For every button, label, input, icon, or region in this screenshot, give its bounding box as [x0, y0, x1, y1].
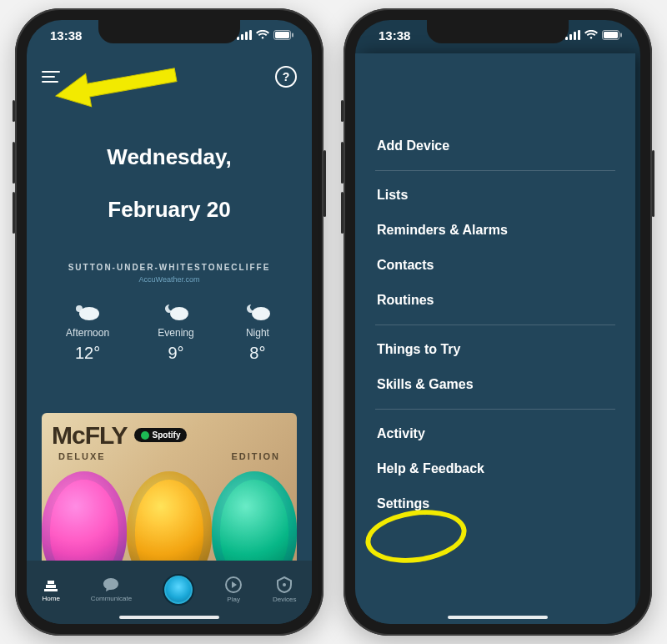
svg-point-8 — [79, 307, 99, 320]
svg-rect-5 — [275, 32, 289, 38]
phone-side-button — [652, 150, 654, 217]
drawer-contacts[interactable]: Contacts — [375, 248, 615, 283]
phone-mockup-left: 13:38 ? Wednesday, February 20 — [15, 8, 323, 636]
svg-rect-17 — [578, 30, 580, 40]
spotify-label: Spotify — [153, 430, 181, 440]
forecast-period: Evening — [158, 327, 193, 339]
alexa-icon — [163, 574, 194, 606]
phone-side-button — [323, 150, 326, 217]
drawer-separator — [375, 170, 615, 171]
forecast-period: Night — [246, 327, 269, 339]
music-sub-left: DELUXE — [58, 451, 106, 461]
home-indicator[interactable] — [448, 616, 548, 619]
cloud-moon-icon — [161, 302, 191, 322]
help-icon[interactable]: ? — [275, 66, 297, 88]
phone-mockup-right: 13:38 ? ht ° Devices — [344, 8, 652, 636]
svg-rect-16 — [574, 32, 576, 40]
menu-button[interactable] — [42, 71, 60, 83]
phone-side-button — [13, 100, 15, 122]
drawer-routines[interactable]: Routines — [375, 283, 615, 318]
svg-rect-1 — [241, 34, 243, 40]
status-time: 13:38 — [50, 28, 82, 43]
drawer-separator — [375, 409, 615, 410]
nav-label: Devices — [273, 596, 296, 603]
spotify-icon — [141, 431, 149, 440]
cloud-sun-icon — [73, 302, 103, 322]
phone-notch — [427, 20, 569, 43]
play-icon — [225, 576, 242, 593]
forecast-night: Night 8° — [243, 302, 273, 363]
nav-alexa[interactable] — [163, 574, 194, 606]
svg-rect-2 — [245, 32, 248, 40]
drawer-help-feedback[interactable]: Help & Feedback — [375, 451, 615, 486]
svg-point-12 — [283, 583, 286, 586]
chat-icon — [103, 577, 119, 592]
date-line1: Wednesday, — [107, 144, 231, 169]
forecast-evening: Evening 9° — [158, 302, 193, 363]
home-icon — [43, 577, 59, 592]
status-time: 13:38 — [379, 28, 410, 43]
battery-icon — [273, 30, 293, 40]
wifi-icon — [256, 30, 269, 40]
nav-devices[interactable]: Devices — [273, 576, 296, 603]
drawer-skills-games[interactable]: Skills & Games — [375, 367, 615, 402]
wifi-icon — [584, 30, 598, 40]
svg-rect-3 — [249, 30, 252, 40]
forecast-afternoon: Afternoon 12° — [66, 302, 109, 363]
drawer-lists[interactable]: Lists — [375, 178, 615, 213]
nav-label: Play — [227, 596, 240, 603]
phone-side-button — [341, 100, 344, 122]
weather-source: AccuWeather.com — [42, 275, 297, 284]
drawer-separator — [375, 325, 615, 325]
drawer-settings[interactable]: Settings — [375, 486, 615, 521]
side-drawer: Add Device Lists Reminders & Alarms Cont… — [355, 53, 635, 624]
nav-play[interactable]: Play — [225, 576, 242, 603]
nav-communicate[interactable]: Communicate — [91, 577, 132, 602]
date-title: Wednesday, February 20 — [42, 118, 297, 223]
spotify-badge: Spotify — [134, 428, 188, 442]
music-title: McFLY — [52, 421, 128, 450]
drawer-add-device[interactable]: Add Device — [375, 128, 615, 164]
bottom-nav: Home Communicate Play Devices — [27, 561, 312, 624]
nav-label: Communicate — [91, 595, 132, 602]
drawer-reminders[interactable]: Reminders & Alarms — [375, 213, 615, 248]
music-sub-right: EDITION — [231, 451, 280, 461]
music-card[interactable]: McFLY Spotify DELUXE EDITION — [42, 413, 297, 580]
svg-rect-6 — [292, 33, 293, 38]
svg-point-10 — [252, 307, 270, 320]
forecast-temp: 12° — [75, 344, 100, 363]
nav-label: Home — [42, 595, 59, 602]
devices-icon — [276, 576, 293, 593]
forecast-temp: 8° — [249, 344, 265, 363]
battery-icon — [602, 30, 622, 40]
weather-block[interactable]: SUTTON-UNDER-WHITESTONECLIFFE AccuWeathe… — [42, 263, 297, 363]
home-indicator[interactable] — [119, 616, 219, 619]
home-content: Wednesday, February 20 SUTTON-UNDER-WHIT… — [27, 95, 312, 566]
phone-side-button — [13, 192, 15, 234]
phone-notch — [98, 20, 240, 43]
phone-side-button — [341, 142, 344, 184]
svg-rect-19 — [604, 32, 618, 38]
cloud-moon-icon — [243, 302, 273, 322]
forecast-period: Afternoon — [66, 327, 109, 339]
svg-rect-20 — [620, 33, 622, 38]
date-line2: February 20 — [108, 197, 230, 222]
svg-rect-15 — [569, 34, 572, 40]
weather-location: SUTTON-UNDER-WHITESTONECLIFFE — [42, 263, 297, 272]
phone-side-button — [13, 142, 15, 184]
phone-side-button — [341, 192, 344, 234]
svg-point-9 — [170, 307, 188, 320]
nav-home[interactable]: Home — [42, 577, 59, 602]
drawer-activity[interactable]: Activity — [375, 416, 615, 451]
drawer-things-to-try[interactable]: Things to Try — [375, 332, 615, 367]
forecast-temp: 9° — [168, 344, 183, 363]
